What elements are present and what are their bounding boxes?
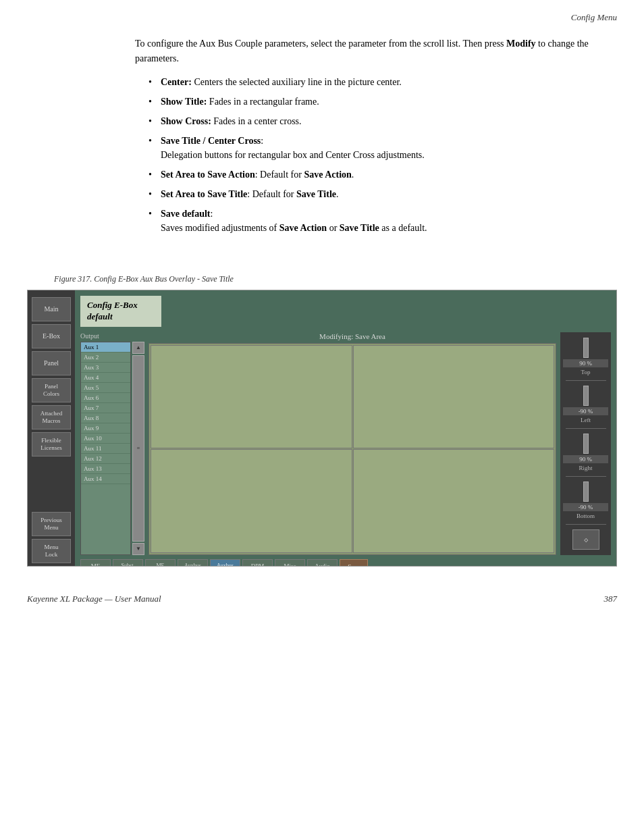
arrow-control-button[interactable]: ⬦	[572, 529, 599, 550]
bullet-set-area-save-title: Set Area to Save Title: Default for Save…	[149, 187, 590, 201]
right-sliders-panel: 90 % Top -90 % Left 90 % Right	[560, 332, 611, 555]
sidebar-item-flexible-licenses[interactable]: FlexibleLicenses	[32, 432, 71, 457]
preview-cell-br	[353, 449, 555, 553]
ui-screenshot: Main E-Box Panel PanelColors AttachedMac…	[27, 290, 617, 567]
sidebar-item-menu-lock[interactable]: MenuLock	[32, 539, 71, 563]
output-list[interactable]: Aux 1 Aux 2 Aux 3 Aux 4 Aux 5 Aux 6 Aux …	[80, 342, 131, 555]
bullet-save-default: Save default:Saves modified adjustments …	[149, 207, 590, 235]
tab-me[interactable]: ME	[80, 559, 111, 567]
slider-top-track[interactable]	[583, 338, 589, 358]
output-label: Output	[80, 332, 144, 340]
footer-left: Kayenne XL Package — User Manual	[27, 594, 161, 604]
slider-left-label: Left	[581, 417, 591, 423]
sidebar: Main E-Box Panel PanelColors AttachedMac…	[28, 290, 75, 566]
bullet-save-title-center-cross: Save Title / Center Cross:Delegation but…	[149, 134, 590, 162]
sidebar-item-panel[interactable]: Panel	[32, 351, 71, 375]
slider-right-value: 90 %	[563, 455, 608, 463]
slider-divider-3	[566, 476, 606, 477]
sidebar-item-panel-colors[interactable]: PanelColors	[32, 378, 71, 402]
page-header: Config Menu	[0, 0, 644, 30]
tabs-row-1: ME Subst.Tables MECouple AuxbusCouple Au…	[80, 559, 611, 567]
tab-misc[interactable]: Misc	[275, 559, 305, 567]
tab-subst-tables[interactable]: Subst.Tables	[113, 559, 143, 567]
bullet-show-cross: Show Cross: Fades in a center cross.	[149, 114, 590, 128]
tab-save-title[interactable]: SaveTitle	[340, 559, 368, 567]
tab-dpm[interactable]: DPM	[242, 559, 273, 567]
slider-divider-4	[566, 524, 606, 525]
slider-bottom-value: -90 %	[563, 503, 608, 511]
scroll-middle-button[interactable]: ≡	[132, 355, 144, 542]
header-title: Config Menu	[571, 12, 617, 22]
preview-cell-tl	[151, 345, 352, 449]
sidebar-item-attached-macros[interactable]: AttachedMacros	[32, 405, 71, 429]
slider-left: -90 % Left	[563, 386, 608, 423]
sidebar-item-previous-menu[interactable]: PreviousMenu	[32, 512, 71, 536]
slider-divider-1	[566, 380, 606, 381]
slider-divider-2	[566, 428, 606, 429]
config-title: Config E-Box default	[80, 296, 161, 327]
intro-paragraph: To configure the Aux Bus Couple paramete…	[135, 36, 590, 67]
output-item-aux9[interactable]: Aux 9	[81, 423, 130, 434]
output-item-aux13[interactable]: Aux 13	[81, 464, 130, 474]
slider-right-track[interactable]	[583, 434, 589, 454]
preview-cell-bl	[151, 449, 352, 553]
output-item-aux14[interactable]: Aux 14	[81, 474, 130, 484]
output-item-aux4[interactable]: Aux 4	[81, 373, 130, 383]
bullet-show-title: Show Title: Fades in a rectangular frame…	[149, 95, 590, 109]
slider-bottom-track[interactable]	[583, 481, 589, 502]
modifying-label: Modifying: Save Area	[149, 332, 556, 340]
bullet-set-area-save-action: Set Area to Save Action: Default for Sav…	[149, 167, 590, 182]
slider-bottom: -90 % Bottom	[563, 481, 608, 519]
scroll-controls: ▲ ≡ ▼	[132, 342, 144, 555]
slider-right-label: Right	[579, 465, 592, 471]
output-item-aux7[interactable]: Aux 7	[81, 403, 130, 413]
output-item-aux12[interactable]: Aux 12	[81, 454, 130, 464]
slider-left-value: -90 %	[563, 407, 608, 415]
output-item-aux8[interactable]: Aux 8	[81, 413, 130, 423]
figure-caption: Figure 317. Config E-Box Aux Bus Overlay…	[54, 274, 590, 284]
slider-left-track[interactable]	[583, 386, 589, 406]
scroll-down-button[interactable]: ▼	[132, 543, 144, 555]
tab-auxbus-couple[interactable]: AuxbusCouple	[178, 559, 208, 567]
output-item-aux3[interactable]: Aux 3	[81, 363, 130, 373]
tab-me-couple[interactable]: MECouple	[145, 559, 176, 567]
slider-right: 90 % Right	[563, 434, 608, 471]
main-panel-content: Config E-Box default Output Aux 1 Aux 2 …	[75, 290, 616, 566]
preview-cell-tr	[353, 345, 555, 449]
output-item-aux2[interactable]: Aux 2	[81, 353, 130, 363]
tab-audio[interactable]: Audio	[307, 559, 338, 567]
slider-top-value: 90 %	[563, 359, 608, 367]
preview-box	[149, 343, 556, 555]
output-item-aux5[interactable]: Aux 5	[81, 383, 130, 393]
slider-bottom-label: Bottom	[576, 513, 595, 519]
tab-auxbus-overlays[interactable]: AuxbusOverlays	[210, 559, 240, 567]
slider-top: 90 % Top	[563, 338, 608, 375]
page-footer: Kayenne XL Package — User Manual 387	[0, 580, 644, 618]
sidebar-item-ebox[interactable]: E-Box	[32, 324, 71, 348]
bullet-center: Center: Centers the selected auxiliary l…	[149, 75, 590, 89]
output-item-aux11[interactable]: Aux 11	[81, 444, 130, 454]
footer-right: 387	[604, 594, 618, 604]
output-item-aux10[interactable]: Aux 10	[81, 434, 130, 444]
sidebar-item-main[interactable]: Main	[32, 297, 71, 321]
scroll-up-button[interactable]: ▲	[132, 342, 144, 354]
output-item-aux1[interactable]: Aux 1	[81, 342, 130, 353]
main-content: To configure the Aux Bus Couple paramete…	[0, 30, 644, 261]
slider-top-label: Top	[581, 369, 591, 375]
output-item-aux6[interactable]: Aux 6	[81, 393, 130, 403]
bullet-list: Center: Centers the selected auxiliary l…	[149, 75, 590, 235]
